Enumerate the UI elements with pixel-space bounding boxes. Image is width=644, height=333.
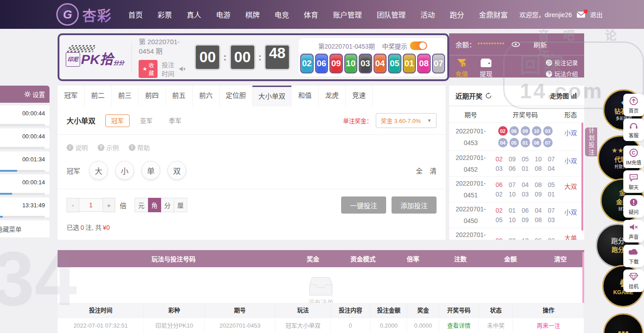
sidebar-item-聊天[interactable]: 聊天: [623, 170, 644, 193]
unit-元[interactable]: 元: [135, 198, 148, 212]
refresh-balance-button[interactable]: 刷新: [534, 40, 547, 49]
tab-前四[interactable]: 前四: [139, 86, 166, 106]
option-双[interactable]: 双: [167, 161, 186, 180]
tab-大小单双[interactable]: 大小单双: [252, 86, 292, 106]
nav-item-2[interactable]: 真人: [187, 9, 201, 20]
help-link-1[interactable]: ?示例: [98, 143, 119, 152]
trend-chart-link[interactable]: 走势图: [550, 91, 578, 100]
history-cell-6: 0.0000: [407, 318, 439, 333]
im-coin-icon: C: [629, 148, 638, 157]
bar-chart-icon: [571, 92, 578, 99]
recent-scrollbar[interactable]: [581, 123, 583, 231]
position-tab-季军[interactable]: 季军: [163, 114, 187, 127]
settings-button[interactable]: 设置: [24, 90, 45, 99]
favorite-lottery-item[interactable]: 分彩00:01:34: [0, 151, 50, 172]
multiplier-minus-button[interactable]: -: [67, 198, 79, 212]
question-icon: ?: [546, 71, 552, 77]
unit-角[interactable]: 角: [148, 198, 161, 212]
eye-icon[interactable]: [511, 41, 520, 47]
help-link-2[interactable]: !帮助: [129, 143, 150, 152]
lottery-logo: 印尼PK拾分分: [59, 45, 124, 70]
nav-item-9[interactable]: 活动: [420, 9, 435, 20]
history-cell-2: 20220701-0453: [205, 318, 276, 333]
nav-item-10[interactable]: 跑分: [450, 9, 464, 20]
add-bet-button[interactable]: 添加投注: [392, 196, 437, 214]
nav-item-8[interactable]: 团队管理: [377, 9, 405, 20]
slip-col-5: 金额: [484, 254, 537, 263]
bet-again-link[interactable]: 再来一注: [513, 318, 584, 333]
tab-和值[interactable]: 和值: [292, 86, 319, 106]
multiplier-plus-button[interactable]: +: [103, 198, 115, 212]
recent-draw-row: 20220701-0450 02010604070510090803 小双: [449, 202, 584, 228]
recharge-button[interactable]: ¥ 充值: [455, 58, 468, 78]
tab-前三[interactable]: 前三: [112, 86, 139, 106]
recent-draw-row: 20220701-0449 0902100603 大单: [449, 228, 584, 240]
hide-menu-button[interactable]: 隐藏菜单: [0, 220, 50, 237]
tab-前二[interactable]: 前二: [85, 86, 112, 106]
clear-button[interactable]: 清: [430, 166, 437, 175]
position-tab-冠军[interactable]: 冠军: [105, 114, 130, 127]
sidebar-item-IM充值[interactable]: C IM充值: [623, 146, 644, 168]
option-小[interactable]: 小: [115, 161, 134, 180]
nav-item-5[interactable]: 电竞: [275, 9, 289, 20]
favorite-button[interactable]: ★收藏: [139, 60, 158, 78]
help-link-0[interactable]: !说明: [67, 143, 88, 152]
slip-scrollbar[interactable]: [582, 252, 584, 309]
withdraw-button[interactable]: 提现: [480, 58, 492, 78]
nav-item-7[interactable]: 账户管理: [333, 9, 362, 20]
select-all-button[interactable]: 全: [416, 166, 423, 175]
tab-冠军[interactable]: 冠军: [58, 86, 85, 106]
game-intro-link[interactable]: ?玩法介绍: [546, 69, 578, 78]
tab-龙虎[interactable]: 龙虎: [319, 86, 346, 106]
chat-icon: [629, 173, 638, 182]
help-mark-icon: ?: [98, 144, 104, 151]
favorite-lottery-item[interactable]: 彩13:31:49: [0, 197, 50, 218]
quick-bet-button[interactable]: 一键投注: [341, 196, 386, 214]
favorite-lottery-item[interactable]: 分彩00:00:44: [0, 128, 50, 149]
unit-分[interactable]: 分: [161, 198, 174, 212]
tab-定位胆[interactable]: 定位胆: [220, 86, 252, 106]
option-单[interactable]: 单: [141, 161, 160, 180]
mail-icon[interactable]: [576, 11, 585, 18]
unit-厘[interactable]: 厘: [174, 198, 187, 212]
sidebar-item-下载[interactable]: 下载: [623, 245, 644, 267]
tab-前五[interactable]: 前五: [166, 86, 193, 106]
sidebar-item-声音[interactable]: 声音: [623, 220, 644, 242]
option-大[interactable]: 大: [89, 161, 108, 180]
tab-前六[interactable]: 前六: [193, 86, 220, 106]
promo-badge-5[interactable]: ▮▮▮: [603, 313, 644, 333]
view-details-link[interactable]: 查看详情: [439, 318, 479, 333]
slip-col-0: 玩法与投注号码: [58, 254, 289, 263]
refresh-icon[interactable]: [485, 92, 492, 99]
headset-icon: [629, 121, 638, 130]
mute-icon[interactable]: [179, 66, 186, 72]
nav-item-0[interactable]: 首页: [128, 9, 143, 20]
multiplier-value[interactable]: 1: [79, 198, 103, 212]
draw-ball: 09: [329, 54, 343, 73]
nav-item-1[interactable]: 彩票: [158, 9, 172, 20]
favorite-lottery-item[interactable]: 分彩00:00:44: [0, 105, 50, 126]
history-col-6: 奖金: [407, 303, 439, 318]
favorite-lottery-item[interactable]: 30秒00:00:14: [0, 174, 50, 195]
bet-time-label: 投注时间: [162, 60, 175, 78]
bet-panel: 大小单双 冠军亚军季军 单注奖金： 奖金 3.60-7.0%▼ !说明?示例!帮…: [58, 106, 446, 240]
site-logo[interactable]: G 杏彩: [56, 3, 112, 26]
nav-item-4[interactable]: 棋牌: [245, 9, 260, 20]
plan-bet-tab[interactable]: 计划投注: [585, 128, 597, 156]
tab-竞速[interactable]: 竞速: [346, 86, 373, 106]
logout-link[interactable]: 退出: [590, 10, 603, 19]
sidebar-item-疑问[interactable]: 疑问: [623, 195, 644, 218]
win-tip-toggle[interactable]: [410, 41, 427, 50]
prize-select[interactable]: 奖金 3.60-7.0%▼: [376, 113, 437, 128]
diamond-icon: [629, 272, 638, 281]
nav-item-11[interactable]: 金鼎财富: [479, 9, 508, 20]
sidebar-item-首页[interactable]: 首页: [623, 94, 644, 116]
position-tabs: 冠军亚军季军: [105, 116, 192, 125]
sidebar-item-客服[interactable]: 客服: [623, 119, 644, 141]
nav-item-3[interactable]: 电游: [216, 9, 230, 20]
sidebar-item-挂机[interactable]: 挂机: [623, 269, 644, 292]
nav-item-6[interactable]: 体育: [304, 9, 318, 20]
position-tab-亚军[interactable]: 亚军: [134, 114, 158, 127]
draw-ball: 05: [388, 54, 401, 73]
bet-records-link[interactable]: ◷投注记录: [546, 58, 578, 67]
